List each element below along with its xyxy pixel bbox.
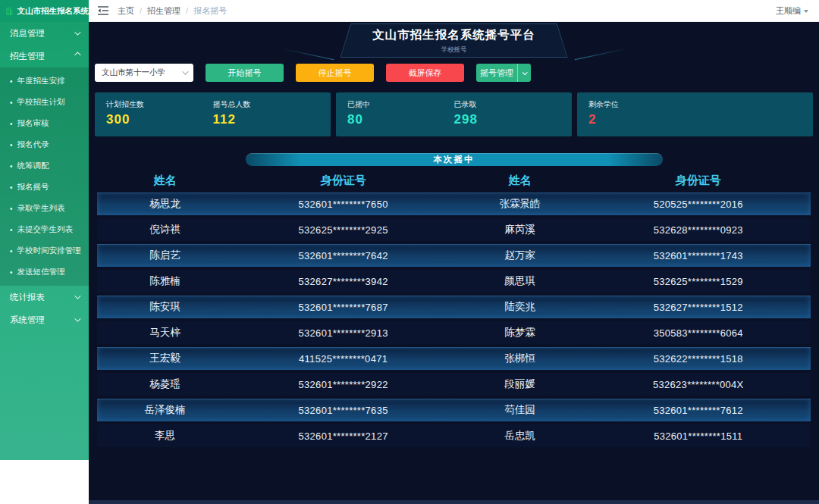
sidebar-section-message-management[interactable]: 消息管理 [0, 22, 89, 45]
stat-value: 2 [588, 112, 695, 127]
stats-row: 计划招生数300摇号总人数112已摇中80已录取298剩余学位2 [95, 92, 813, 136]
lottery-manage-button[interactable]: 摇号管理 [476, 64, 531, 82]
stop-lottery-button[interactable]: 停止摇号 [296, 64, 374, 82]
student-name: 马天梓 [97, 326, 233, 340]
column-header: 身份证号 [233, 174, 454, 188]
chevron-down-icon [74, 293, 80, 299]
breadcrumb-separator: / [186, 6, 188, 15]
banner-inner: 文山市招生报名系统摇号平台 学校摇号 [341, 24, 567, 57]
column-header: 姓名 [97, 174, 233, 188]
sidebar-subitem-label: 年度招生安排 [17, 76, 65, 86]
student-name: 倪诗祺 [97, 223, 233, 236]
column-header: 姓名 [453, 174, 585, 188]
topbar-main: 主页 / 招生管理 / 报名摇号 王顺编 [89, 0, 819, 22]
button-label: 摇号管理 [476, 67, 517, 79]
stat-label: 已录取 [454, 99, 561, 110]
sidebar-subitem[interactable]: •学校招生计划 [0, 92, 89, 113]
topbar: 文山市招生报名系统 主页 / 招生管理 / 报名摇号 王顺编 [0, 0, 819, 22]
table-row: 岳泽俊楠532601********7635芶佳园532601********7… [97, 399, 811, 421]
sidebar-subitem-label: 未提交学生列表 [17, 224, 74, 235]
student-name: 陈梦霖 [453, 326, 585, 340]
app-title: 文山市招生报名系统 [17, 6, 89, 17]
student-id: 532601********2127 [233, 430, 454, 442]
student-id: 532625********2925 [233, 224, 454, 236]
controls-row: 文山市第十一小学 开始摇号停止摇号截屏保存摇号管理 [95, 64, 813, 82]
chevron-up-icon [74, 52, 80, 58]
stat-card: 已摇中80已录取298 [336, 92, 572, 136]
stat-value: 80 [347, 112, 454, 127]
student-name: 陈启艺 [97, 249, 233, 262]
sidebar-subitem[interactable]: •报名摇号 [0, 177, 89, 198]
sidebar-subitem[interactable]: •年度招生安排 [0, 70, 89, 92]
sidebar-section-statistics-report[interactable]: 统计报表 [0, 286, 89, 308]
student-id: 532601********1743 [586, 250, 811, 261]
bullet-icon: • [10, 205, 13, 213]
student-name: 王宏毅 [97, 352, 233, 365]
student-id: 411525********0471 [233, 353, 454, 365]
bullet-icon: • [10, 141, 13, 149]
sidebar-section-system-management[interactable]: 系统管理 [0, 308, 89, 331]
breadcrumb-admission-management[interactable]: 招生管理 [147, 5, 180, 17]
page-title: 文山市招生报名系统摇号平台 [372, 27, 535, 43]
student-name: 张霖景皓 [453, 197, 585, 211]
section-title: 本次摇中 [434, 154, 475, 165]
stat-label: 剩余学位 [588, 99, 695, 110]
sidebar-section-admission-management[interactable]: 招生管理 [0, 45, 89, 67]
student-id: 532628********0923 [586, 224, 811, 236]
student-id: 532623********004X [586, 379, 811, 390]
sidebar-subitem-label: 学校招生计划 [17, 97, 65, 108]
sidebar-section-label: 系统管理 [10, 315, 45, 326]
stat-label: 已摇中 [347, 99, 454, 110]
sidebar-subitem-label: 录取学生列表 [17, 203, 65, 214]
table-row: 倪诗祺532625********2925麻芮溪532628********09… [97, 218, 811, 241]
breadcrumb-separator: / [140, 6, 142, 15]
student-name: 陈雅楠 [97, 274, 233, 288]
screenshot-save-button[interactable]: 截屏保存 [386, 64, 464, 82]
sidebar-subitem[interactable]: •发送短信管理 [0, 261, 89, 283]
table-body: 杨思龙532601********7650张霖景皓520525********2… [97, 193, 811, 447]
sidebar: 消息管理招生管理•年度招生安排•学校招生计划•报名审核•报名代录•统筹调配•报名… [0, 22, 89, 504]
sidebar-subitem-label: 发送短信管理 [17, 267, 65, 277]
sidebar-section-label: 统计报表 [10, 292, 45, 303]
table-row: 马天梓532601********2913陈梦霖350583********60… [97, 321, 811, 344]
sidebar-subitem[interactable]: •未提交学生列表 [0, 219, 89, 240]
stat-value: 298 [454, 112, 561, 127]
student-id: 532601********7642 [233, 250, 454, 261]
bottom-scrollbar-strip[interactable] [89, 500, 819, 504]
lottery-table: 姓名身份证号姓名身份证号 杨思龙532601********7650张霖景皓52… [97, 169, 811, 447]
stat-value: 300 [106, 112, 213, 127]
table-row: 杨菱瑶532601********2922段丽媛532623********00… [97, 373, 811, 396]
sidebar-subitem[interactable]: •报名审核 [0, 113, 89, 134]
student-name: 杨思龙 [97, 197, 233, 211]
app-logo[interactable]: 文山市招生报名系统 [0, 0, 89, 22]
student-id: 520525********2016 [586, 199, 811, 210]
school-select-value: 文山市第十一小学 [102, 67, 165, 78]
breadcrumb-home[interactable]: 主页 [118, 5, 134, 17]
school-select[interactable]: 文山市第十一小学 [95, 64, 193, 82]
table-row: 李思532601********2127岳忠凯532601********151… [97, 424, 811, 447]
student-id: 532627********1512 [586, 302, 811, 313]
button-label: 截屏保存 [409, 67, 442, 79]
student-name: 陆奕兆 [453, 300, 585, 314]
button-label: 开始摇号 [228, 67, 262, 79]
bullet-icon: • [10, 120, 13, 128]
collapse-menu-icon[interactable] [98, 6, 108, 15]
stat-card: 计划招生数300摇号总人数112 [95, 92, 331, 136]
table-row: 陈雅楠532627********3942颜思琪532625********15… [97, 270, 811, 293]
page-subtitle: 学校摇号 [441, 45, 467, 55]
sidebar-subitem[interactable]: •统筹调配 [0, 155, 89, 177]
sidebar-subitem[interactable]: •录取学生列表 [0, 198, 89, 219]
stat-item: 已录取298 [454, 99, 561, 130]
user-name: 王顺编 [776, 5, 801, 17]
sidebar-subitem[interactable]: •报名代录 [0, 134, 89, 155]
sidebar-subitem[interactable]: •学校时间安排管理 [0, 240, 89, 261]
user-menu[interactable]: 王顺编 [776, 5, 808, 17]
stat-card: 剩余学位2 [577, 92, 813, 136]
stat-label: 计划招生数 [106, 99, 213, 110]
start-lottery-button[interactable]: 开始摇号 [206, 64, 284, 82]
sidebar-subitem-label: 报名代录 [17, 139, 49, 150]
stat-value: 112 [213, 112, 320, 127]
sidebar-subitem-label: 统筹调配 [17, 161, 49, 171]
chevron-down-icon[interactable] [517, 64, 531, 82]
student-name: 杨菱瑶 [97, 377, 233, 391]
